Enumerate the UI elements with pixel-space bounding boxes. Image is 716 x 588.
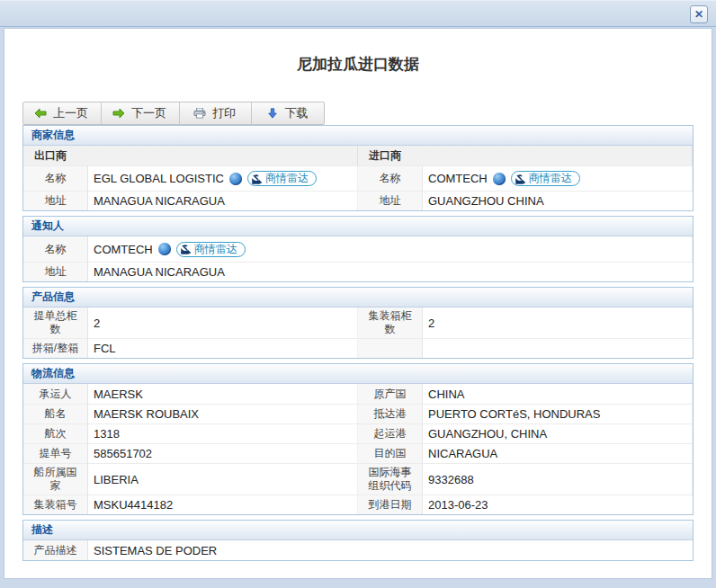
field-label: 目的国	[358, 443, 423, 463]
field-label: 抵达港	[358, 404, 423, 423]
notify-name-label: 名称	[23, 236, 88, 262]
field-value: NICARAGUA	[423, 443, 693, 463]
field-value	[423, 338, 693, 358]
exporter-address: MANAGUA NICARAGUA	[88, 191, 358, 210]
download-label: 下载	[285, 105, 309, 121]
printer-icon	[193, 108, 206, 119]
field-value: 2013-06-23	[423, 494, 693, 514]
field-value: 9332688	[423, 463, 693, 494]
prev-page-button[interactable]: 上一页	[23, 102, 102, 124]
field-label	[358, 338, 423, 358]
field-label: 提单号	[23, 443, 88, 463]
field-value: MAERSK ROUBAIX	[88, 404, 358, 423]
radar-dish-icon	[515, 174, 526, 184]
field-value: 2	[88, 307, 358, 338]
product-description-value: SISTEMAS DE PODER	[88, 540, 693, 560]
field-label: 提单总柜数	[23, 307, 88, 338]
notify-address-label: 地址	[23, 262, 88, 281]
page-title: 尼加拉瓜进口数据	[4, 54, 712, 75]
field-label: 船名	[23, 404, 88, 423]
field-value: GUANGZHOU, CHINA	[423, 423, 693, 443]
dialog-titlebar: ✕	[0, 0, 716, 27]
close-button[interactable]: ✕	[690, 5, 708, 23]
field-value: 585651702	[88, 443, 358, 463]
section-product-title: 产品信息	[23, 288, 693, 307]
download-icon	[266, 108, 279, 119]
section-logistics-info: 物流信息 承运人 MAERSK 原产国 CHINA 船名 MAERSK ROUB…	[22, 363, 694, 515]
arrow-left-icon	[34, 108, 47, 119]
field-value: CHINA	[423, 384, 693, 404]
section-notify-party: 通知人 名称 COMTECH 商情雷达 地址 MANAGUA NICARAGUA	[22, 216, 694, 282]
importer-name: COMTECH	[428, 172, 488, 185]
radar-label: 商情雷达	[265, 171, 309, 186]
notify-name-cell: COMTECH 商情雷达	[88, 236, 693, 262]
radar-link[interactable]: 商情雷达	[176, 242, 246, 257]
field-value: LIBERIA	[88, 463, 358, 494]
section-description-title: 描述	[23, 521, 693, 540]
prev-page-label: 上一页	[53, 105, 88, 121]
importer-name-cell: COMTECH 商情雷达	[423, 165, 693, 191]
section-description: 描述 产品描述 SISTEMAS DE PODER	[22, 520, 694, 561]
radar-dish-icon	[181, 244, 192, 254]
field-label: 承运人	[23, 384, 88, 404]
notify-address: MANAGUA NICARAGUA	[88, 262, 693, 281]
field-label: 原产国	[358, 384, 423, 404]
field-label: 船所属国家	[23, 463, 88, 494]
print-label: 打印	[212, 105, 236, 121]
globe-icon[interactable]	[493, 173, 506, 185]
globe-icon[interactable]	[158, 243, 171, 255]
field-value: FCL	[88, 338, 358, 358]
dialog-content: 尼加拉瓜进口数据 上一页 下一页 打印 下载 商家信息 出口商	[4, 28, 712, 579]
field-label: 集装箱柜数	[358, 307, 423, 338]
section-merchant-info: 商家信息 出口商 进口商 名称 EGL GLOBAL LOGISTIC 商情雷达…	[22, 125, 694, 211]
toolbar: 上一页 下一页 打印 下载	[22, 102, 325, 125]
radar-label: 商情雷达	[194, 242, 237, 257]
field-label: 国际海事组织代码	[358, 463, 423, 494]
importer-header: 进口商	[358, 146, 693, 165]
section-notify-title: 通知人	[23, 217, 693, 236]
field-label: 拼箱/整箱	[23, 338, 88, 358]
next-page-button[interactable]: 下一页	[102, 102, 180, 124]
radar-link[interactable]: 商情雷达	[247, 171, 317, 186]
exporter-name: EGL GLOBAL LOGISTIC	[94, 172, 224, 185]
exporter-name-cell: EGL GLOBAL LOGISTIC 商情雷达	[88, 165, 358, 191]
field-label: 起运港	[358, 423, 423, 443]
radar-link[interactable]: 商情雷达	[511, 171, 580, 186]
section-product-info: 产品信息 提单总柜数 2 集装箱柜数 2 拼箱/整箱 FCL	[22, 287, 694, 359]
importer-address-label: 地址	[358, 191, 423, 210]
exporter-name-label: 名称	[23, 165, 88, 191]
print-button[interactable]: 打印	[180, 102, 252, 124]
field-value: 1318	[88, 423, 358, 443]
section-logistics-title: 物流信息	[23, 364, 693, 384]
importer-name-label: 名称	[358, 165, 423, 191]
exporter-header: 出口商	[23, 146, 358, 165]
field-value: MSKU4414182	[88, 494, 358, 514]
importer-address: GUANGZHOU CHINA	[423, 191, 693, 210]
field-value: MAERSK	[88, 384, 358, 404]
field-label: 到港日期	[358, 494, 423, 514]
field-value: 2	[423, 307, 693, 338]
radar-label: 商情雷达	[529, 171, 572, 186]
radar-dish-icon	[252, 174, 263, 184]
section-merchant-title: 商家信息	[23, 126, 693, 146]
notify-name: COMTECH	[94, 243, 153, 256]
field-label: 航次	[23, 423, 88, 443]
product-description-label: 产品描述	[23, 540, 88, 560]
arrow-right-icon	[112, 108, 125, 119]
next-page-label: 下一页	[131, 105, 166, 121]
exporter-address-label: 地址	[23, 191, 88, 210]
field-label: 集装箱号	[23, 494, 88, 514]
globe-icon[interactable]	[229, 173, 242, 185]
close-icon: ✕	[694, 8, 703, 21]
download-button[interactable]: 下载	[252, 102, 324, 124]
field-value: PUERTO CORTéS, HONDURAS	[423, 404, 693, 423]
